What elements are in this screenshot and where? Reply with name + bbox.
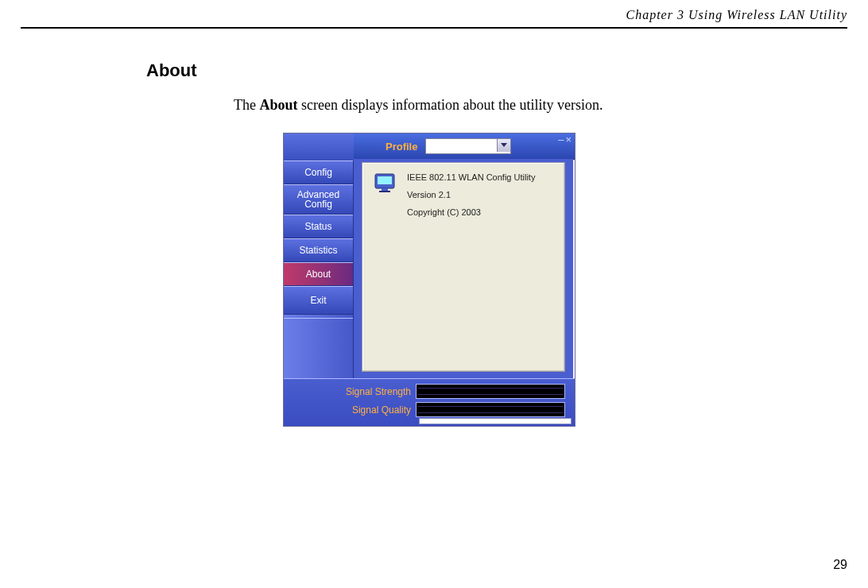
- sidebar-separator: [284, 318, 353, 319]
- footer-bar: Signal Strength Signal Quality: [284, 378, 575, 426]
- window-buttons: – ×: [558, 135, 572, 144]
- minimize-button[interactable]: –: [558, 135, 564, 144]
- tab-statistics[interactable]: Statistics: [284, 238, 353, 262]
- profile-dropdown[interactable]: [425, 138, 511, 154]
- intro-suffix: screen displays information about the ut…: [298, 97, 603, 113]
- svg-rect-3: [379, 191, 390, 192]
- section-title: About: [146, 60, 847, 81]
- app-icon: [372, 169, 397, 195]
- signal-strength-row: Signal Strength: [324, 384, 570, 399]
- signal-quality-label: Signal Quality: [324, 404, 411, 416]
- profile-label: Profile: [386, 141, 417, 153]
- sidebar: Config Advanced Config Status Statistics…: [284, 133, 354, 396]
- about-version: Version 2.1: [407, 190, 553, 199]
- tab-about[interactable]: About: [284, 262, 353, 286]
- signal-strength-label: Signal Strength: [324, 386, 411, 397]
- about-title: IEEE 802.11 WLAN Config Utility: [407, 172, 553, 182]
- close-button[interactable]: ×: [565, 135, 572, 144]
- signal-strength-meter: [416, 384, 565, 399]
- chapter-header: Chapter 3 Using Wireless LAN Utility: [21, 8, 847, 22]
- tab-status[interactable]: Status: [284, 215, 353, 238]
- header-rule: [21, 27, 847, 29]
- main-pane: IEEE 802.11 WLAN Config Utility Version …: [354, 159, 573, 378]
- about-text: IEEE 802.11 WLAN Config Utility Version …: [407, 172, 553, 217]
- chevron-down-icon: [501, 143, 507, 147]
- svg-rect-2: [382, 188, 388, 191]
- tab-exit[interactable]: Exit: [284, 286, 353, 315]
- intro-prefix: The: [234, 97, 259, 113]
- tab-advanced-config[interactable]: Advanced Config: [284, 184, 353, 215]
- signal-quality-row: Signal Quality: [324, 402, 570, 417]
- signal-quality-meter: [416, 402, 565, 417]
- svg-rect-1: [378, 176, 392, 184]
- wlan-utility-window: Config Advanced Config Status Statistics…: [283, 133, 575, 427]
- title-bar: Profile – ×: [354, 133, 575, 160]
- footer-status-strip: [419, 418, 572, 424]
- page-number: 29: [833, 558, 847, 572]
- about-panel: IEEE 802.11 WLAN Config Utility Version …: [362, 162, 565, 372]
- about-copyright: Copyright (C) 2003: [407, 207, 553, 217]
- intro-bold: About: [259, 97, 297, 113]
- intro-paragraph: The About screen displays information ab…: [234, 97, 847, 114]
- tab-config[interactable]: Config: [284, 161, 353, 184]
